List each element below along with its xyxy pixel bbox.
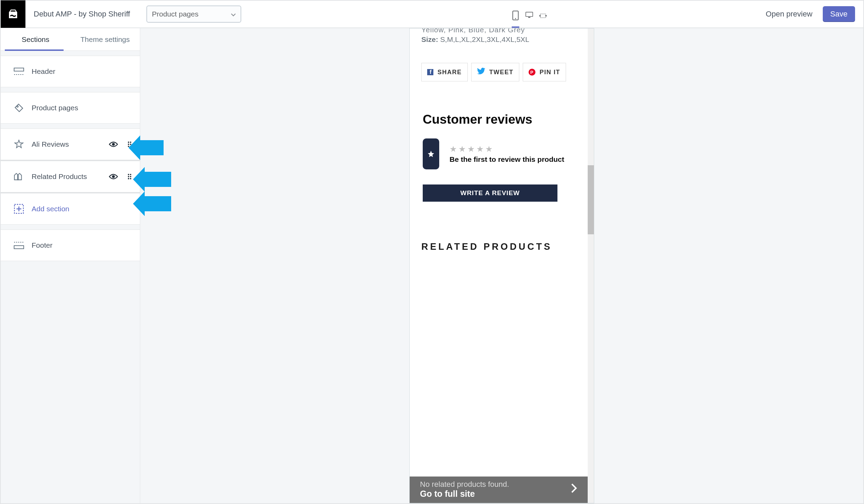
sidebar-item-label: Footer: [32, 241, 132, 249]
rating-card: [423, 138, 439, 169]
svg-rect-5: [540, 14, 546, 18]
device-desktop-icon[interactable]: [525, 9, 533, 19]
page-type-select[interactable]: Product pages: [146, 5, 241, 23]
app-logo: [1, 0, 25, 28]
add-section-button[interactable]: Add section: [1, 193, 140, 225]
add-section-icon: [14, 204, 24, 214]
preview-area: Yellow, Pink, Blue, Dark Grey Size: S,M,…: [140, 28, 863, 503]
svg-point-17: [128, 174, 129, 175]
sidebar-item-label: Related Products: [32, 172, 109, 181]
sidebar-item-label: Header: [32, 67, 132, 76]
size-value: S,M,L,XL,2XL,3XL,4XL,5XL: [440, 35, 529, 43]
svg-point-8: [17, 106, 18, 107]
star-icon: [14, 139, 24, 149]
sidebar-item-product-pages[interactable]: Product pages: [1, 92, 140, 124]
svg-rect-6: [14, 68, 24, 71]
svg-rect-3: [526, 12, 533, 16]
visibility-icon[interactable]: [109, 173, 118, 180]
star-icon: ★: [485, 144, 493, 154]
sidebar: Sections Theme settings Header Product p…: [1, 28, 140, 503]
svg-rect-27: [14, 246, 24, 249]
device-mobile-icon[interactable]: [512, 8, 519, 28]
tag-icon: [14, 103, 24, 113]
svg-point-19: [128, 176, 129, 177]
visibility-icon[interactable]: [109, 141, 118, 147]
device-fullwidth-icon[interactable]: [539, 9, 547, 19]
arrow-indicator-icon: [144, 196, 171, 211]
scrollbar-track[interactable]: [588, 29, 594, 503]
svg-rect-4: [528, 17, 530, 18]
chevron-right-icon: [571, 482, 577, 497]
write-review-button[interactable]: WRITE A REVIEW: [423, 184, 557, 202]
rating-stars: ★ ★ ★ ★ ★: [450, 144, 564, 154]
chevron-down-icon: [231, 10, 236, 18]
share-pinterest-button[interactable]: P PIN IT: [523, 63, 566, 81]
colors-line: Yellow, Pink, Blue, Dark Grey: [421, 28, 582, 34]
product-meta: Yellow, Pink, Blue, Dark Grey Size: S,M,…: [421, 29, 582, 44]
scrollbar-thumb[interactable]: [588, 165, 594, 234]
size-label: Size:: [421, 35, 438, 43]
no-related-text: No related products found.: [420, 480, 509, 489]
preview-frame: Yellow, Pink, Blue, Dark Grey Size: S,M,…: [409, 28, 594, 503]
share-label: SHARE: [437, 69, 462, 76]
pin-label: PIN IT: [540, 69, 560, 76]
header-section-icon: [14, 66, 24, 77]
arrow-indicator-icon: [140, 140, 164, 155]
arrow-indicator-icon: [144, 172, 171, 187]
sidebar-item-header[interactable]: Header: [1, 56, 140, 87]
share-twitter-button[interactable]: TWEET: [471, 63, 520, 81]
star-icon: ★: [476, 144, 484, 154]
twitter-icon: [477, 68, 485, 77]
page-type-select-value: Product pages: [152, 10, 198, 18]
svg-point-18: [130, 174, 131, 175]
pinterest-icon: P: [529, 69, 535, 76]
facebook-icon: [427, 69, 433, 75]
go-full-site-link: Go to full site: [420, 489, 509, 499]
sidebar-item-footer[interactable]: Footer: [1, 229, 140, 261]
preview-bottom-bar[interactable]: No related products found. Go to full si…: [410, 477, 588, 503]
reviews-title: Customer reviews: [423, 112, 581, 127]
sidebar-item-ali-reviews[interactable]: Ali Reviews: [1, 128, 140, 160]
svg-point-2: [515, 18, 516, 19]
footer-section-icon: [14, 240, 24, 250]
svg-point-21: [128, 178, 129, 179]
star-icon: ★: [450, 144, 457, 154]
svg-point-20: [130, 176, 131, 177]
theme-title: Debut AMP - by Shop Sheriff: [25, 10, 139, 19]
sidebar-item-label: Product pages: [32, 104, 132, 112]
sidebar-item-label: Ali Reviews: [32, 140, 109, 148]
svg-point-9: [112, 143, 115, 146]
svg-point-22: [130, 178, 131, 179]
open-preview-link[interactable]: Open preview: [766, 10, 812, 19]
related-products-icon: [14, 171, 24, 182]
drag-handle-icon[interactable]: [128, 173, 132, 180]
tweet-label: TWEET: [489, 69, 514, 76]
star-icon: ★: [458, 144, 466, 154]
svg-point-16: [112, 175, 115, 178]
related-products-heading: RELATED PRODUCTS: [421, 242, 582, 252]
first-review-text: Be the first to review this product: [450, 155, 564, 164]
save-button[interactable]: Save: [823, 6, 855, 22]
sidebar-item-label: Add section: [32, 205, 132, 213]
topbar: Debut AMP - by Shop Sheriff Product page…: [1, 1, 863, 28]
share-facebook-button[interactable]: SHARE: [421, 63, 468, 81]
sidebar-item-related-products[interactable]: Related Products: [1, 161, 140, 192]
tab-sections[interactable]: Sections: [1, 28, 70, 51]
star-icon: ★: [467, 144, 475, 154]
tab-theme-settings[interactable]: Theme settings: [70, 28, 140, 51]
